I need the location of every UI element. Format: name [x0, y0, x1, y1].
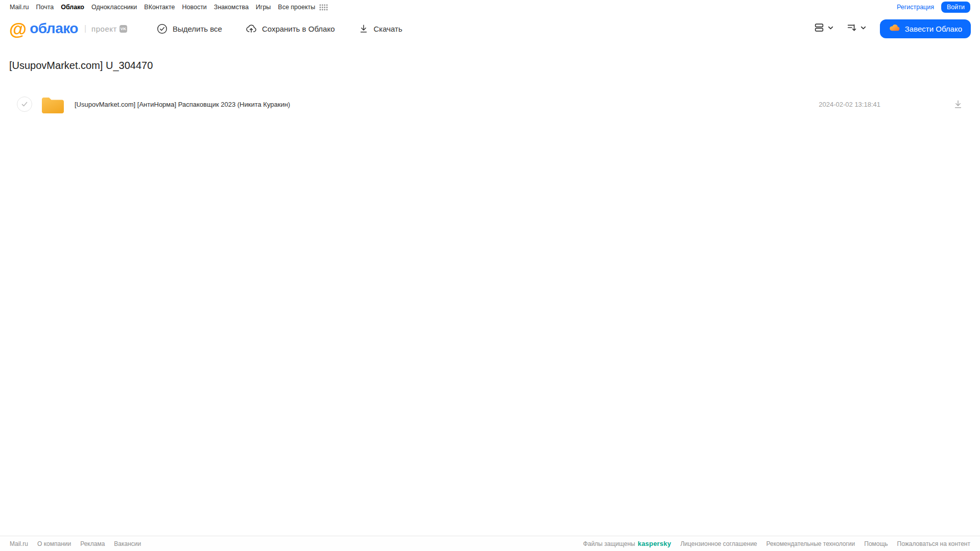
nav-odnoklassniki[interactable]: Одноклассники	[91, 4, 137, 11]
row-download-icon[interactable]	[953, 99, 963, 109]
portal-nav: Mail.ru Почта Облако Одноклассники ВКонт…	[0, 0, 980, 14]
project-label: проект	[91, 25, 117, 33]
footer-report-link[interactable]: Пожаловаться на контент	[897, 540, 970, 547]
nav-vse-proekty[interactable]: Все проекты	[278, 4, 315, 11]
download-label: Скачать	[374, 25, 402, 33]
nav-pochta[interactable]: Почта	[36, 4, 54, 11]
save-to-cloud-button[interactable]: Сохранить в Облако	[246, 23, 335, 34]
header-right-controls: Завести Облако	[814, 19, 971, 38]
select-all-label: Выделить все	[173, 25, 222, 33]
folder-icon	[41, 94, 65, 114]
footer-recommendations-link[interactable]: Рекомендательные технологии	[767, 540, 855, 547]
create-cloud-button[interactable]: Завести Облако	[880, 19, 971, 38]
footer-about-link[interactable]: О компании	[37, 540, 71, 547]
download-icon	[358, 23, 369, 34]
file-name-link[interactable]: [UsupovMarket.com] [АнтиНорма] Распаковщ…	[75, 101, 819, 108]
file-list-row[interactable]: [UsupovMarket.com] [АнтиНорма] Распаковщ…	[0, 92, 980, 116]
project-vk-tag: | проект VK	[84, 24, 127, 33]
footer-license-link[interactable]: Лицензионное соглашение	[680, 540, 757, 547]
chevron-down-icon	[860, 24, 867, 33]
all-projects-grid-icon[interactable]	[319, 4, 328, 11]
logo-wordmark: облако	[30, 20, 78, 37]
download-button[interactable]: Скачать	[358, 23, 402, 34]
nav-novosti[interactable]: Новости	[182, 4, 206, 11]
footer-bar: Mail.ru О компании Реклама Вакансии Файл…	[0, 536, 980, 551]
chevron-down-icon	[827, 24, 834, 33]
page-title: [UsupovMarket.com] U_304470	[9, 60, 980, 71]
kaspersky-protection: Файлы защищены kaspersky	[583, 540, 671, 547]
nav-mailru[interactable]: Mail.ru	[10, 4, 29, 11]
sort-icon	[846, 22, 857, 35]
header-bar: @ облако | проект VK Выделить все Сохран…	[0, 15, 980, 42]
registration-link[interactable]: Регистрация	[897, 4, 934, 11]
sort-dropdown[interactable]	[846, 22, 867, 35]
protected-label: Файлы защищены	[583, 540, 635, 547]
vk-logo-icon: VK	[119, 25, 127, 33]
mailru-at-icon: @	[9, 20, 27, 38]
view-mode-icon	[814, 22, 825, 35]
cloud-upload-icon	[246, 23, 257, 34]
footer-ads-link[interactable]: Реклама	[80, 540, 105, 547]
footer-jobs-link[interactable]: Вакансии	[114, 540, 141, 547]
login-button[interactable]: Войти	[941, 2, 970, 13]
save-to-cloud-label: Сохранить в Облако	[262, 25, 335, 33]
file-date: 2024-02-02 13:18:41	[819, 101, 880, 108]
nav-znakomstva[interactable]: Знакомства	[214, 4, 249, 11]
select-all-button[interactable]: Выделить все	[157, 23, 222, 34]
orange-cloud-icon	[889, 22, 900, 35]
footer-mailru-link[interactable]: Mail.ru	[10, 540, 28, 547]
logo-divider: |	[84, 24, 86, 33]
nav-oblako[interactable]: Облако	[61, 4, 84, 11]
check-circle-icon	[157, 23, 168, 34]
nav-igry[interactable]: Игры	[256, 4, 271, 11]
kaspersky-logo[interactable]: kaspersky	[638, 540, 671, 547]
create-cloud-label: Завести Облако	[905, 25, 962, 33]
actions-toolbar: Выделить все Сохранить в Облако Скачать	[157, 23, 402, 34]
row-select-checkbox[interactable]	[17, 97, 32, 112]
nav-vkontakte[interactable]: ВКонтакте	[144, 4, 175, 11]
cloud-logo[interactable]: @ облако	[9, 20, 78, 38]
footer-help-link[interactable]: Помощь	[864, 540, 888, 547]
view-mode-dropdown[interactable]	[814, 22, 834, 35]
